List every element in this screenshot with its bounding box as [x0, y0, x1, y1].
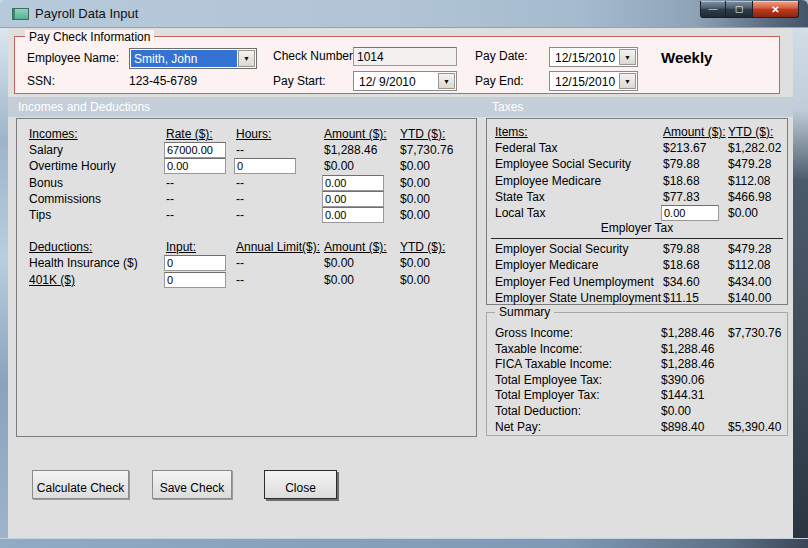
dropdown-arrow-icon: ▼ [624, 78, 631, 85]
tax-ytd: $479.28 [728, 156, 771, 172]
income-label: Commissions [29, 191, 101, 207]
incomes-header: Incomes: [29, 126, 78, 142]
ssn-value: 123-45-6789 [129, 74, 197, 88]
pay-date-datepicker[interactable]: 12/15/2010 ▼ [549, 47, 638, 67]
check-number-input[interactable] [353, 47, 457, 66]
summary-label-text: FICA Taxable Income: [495, 357, 612, 373]
taxes-header-row: Items: Amount ($): YTD ($): [487, 124, 787, 140]
income-hours: -- [236, 191, 244, 207]
income-amount: $0.00 [324, 158, 354, 174]
summary-amount: $1,288.46 [661, 326, 714, 342]
tax-ytd: $140.00 [728, 290, 771, 306]
dropdown-arrow-icon: ▼ [443, 78, 450, 85]
tax-label: Federal Tax [495, 140, 557, 156]
pay-date-dropdown-button[interactable]: ▼ [619, 49, 636, 65]
input-header: Input: [166, 239, 196, 255]
minimize-icon: — [709, 4, 718, 14]
rate-header: Rate ($): [166, 126, 213, 142]
tax-amount: $213.67 [663, 140, 706, 156]
summary-row: Net Pay: $898.40 $5,390.40 [487, 420, 787, 436]
table-row: 401K ($) -- $0.00 $0.00 [17, 272, 476, 288]
ytd-header: YTD ($): [728, 124, 773, 140]
amount-header: Amount ($): [324, 126, 387, 142]
window-controls: — ▢ ✕ [700, 1, 799, 18]
income-ytd: $0.00 [400, 191, 430, 207]
tips-amount-input[interactable] [322, 207, 384, 223]
tax-label: Local Tax [495, 205, 545, 221]
table-row: Bonus -- -- $0.00 [17, 175, 476, 191]
ssn-label: SSN: [27, 74, 55, 88]
table-row: Overtime Hourly $0.00 $0.00 [17, 158, 476, 174]
tax-ytd: $112.08 [728, 173, 771, 189]
summary-label-text: Gross Income: [495, 326, 573, 342]
table-row: Employee Social Security $79.88 $479.28 [487, 156, 787, 172]
hours-header: Hours: [236, 126, 271, 142]
income-label: Salary [29, 142, 63, 158]
summary-group: Summary Gross Income: $1,288.46 $7,730.7… [486, 312, 788, 436]
pay-start-datepicker[interactable]: 12/ 9/2010 ▼ [353, 71, 457, 91]
tax-label: Employer Fed Unemployment [495, 274, 654, 290]
ytd-header: YTD ($): [400, 239, 445, 255]
income-label: Overtime Hourly [29, 158, 116, 174]
taxes-panel: Items: Amount ($): YTD ($): Federal Tax … [486, 118, 788, 305]
close-form-button[interactable]: Close [264, 470, 337, 499]
employee-name-label: Employee Name: [27, 51, 119, 65]
spacer [17, 223, 476, 239]
tax-ytd: $1,282.02 [728, 140, 781, 156]
close-button[interactable]: ✕ [752, 1, 799, 18]
window-frame-right [793, 28, 808, 538]
local-tax-input[interactable] [661, 205, 719, 221]
table-row: Local Tax $0.00 [487, 205, 787, 221]
taxes-section-title: Taxes [492, 100, 523, 114]
incomes-deductions-section-title: Incomes and Deductions [18, 100, 150, 114]
summary-row: FICA Taxable Income: $1,288.46 [487, 357, 787, 373]
annual-limit-header: Annual Limit($): [236, 239, 320, 255]
pay-frequency-label: Weekly [661, 49, 712, 66]
deduction-ytd: $0.00 [400, 272, 430, 288]
health-insurance-input[interactable] [164, 255, 226, 271]
pay-start-label: Pay Start: [273, 74, 326, 88]
table-row: Employer Fed Unemployment $34.60 $434.00 [487, 274, 787, 290]
income-label: Bonus [29, 175, 63, 191]
401k-input[interactable] [164, 272, 226, 288]
pay-start-dropdown-button[interactable]: ▼ [438, 73, 455, 89]
overtime-hours-input[interactable] [234, 158, 296, 174]
deduction-label-401k: 401K ($) [29, 272, 75, 288]
tax-ytd: $0.00 [728, 205, 758, 221]
summary-group-label: Summary [495, 305, 554, 319]
employee-name-combobox[interactable]: Smith, John ▼ [129, 48, 257, 69]
tax-ytd: $466.98 [728, 189, 771, 205]
pay-end-datepicker[interactable]: 12/15/2010 ▼ [549, 71, 638, 91]
bonus-amount-input[interactable] [322, 175, 384, 191]
desktop-background: Payroll Data Input — ▢ ✕ Pay Check Infor… [0, 0, 808, 548]
employee-combo-dropdown-button[interactable]: ▼ [238, 50, 255, 67]
deductions-header: Deductions: [29, 239, 92, 255]
employer-tax-subheader: Employer Tax [491, 221, 783, 239]
calculate-check-button[interactable]: Calculate Check [32, 470, 129, 499]
income-ytd: $0.00 [400, 158, 430, 174]
overtime-rate-input[interactable] [164, 158, 226, 174]
table-row: Tips -- -- $0.00 [17, 207, 476, 223]
income-rate: -- [166, 207, 174, 223]
title-bar[interactable]: Payroll Data Input — ▢ ✕ [0, 0, 808, 28]
tax-amount: $79.88 [663, 156, 700, 172]
deduction-amount: $0.00 [324, 255, 354, 271]
save-check-button[interactable]: Save Check [152, 470, 232, 499]
maximize-button[interactable]: ▢ [726, 1, 752, 18]
amount-header: Amount ($): [324, 239, 387, 255]
amount-header: Amount ($): [663, 124, 726, 140]
window-frame-bottom [0, 538, 808, 548]
income-ytd: $7,730.76 [400, 142, 453, 158]
salary-rate-input[interactable] [164, 142, 226, 158]
summary-ytd: $7,730.76 [728, 326, 781, 342]
minimize-button[interactable]: — [700, 1, 726, 18]
summary-amount: $1,288.46 [661, 342, 714, 358]
paycheck-info-group: Pay Check Information Employee Name: Smi… [14, 36, 780, 94]
deduction-limit: -- [236, 272, 244, 288]
incomes-header-row: Incomes: Rate ($): Hours: Amount ($): YT… [17, 126, 476, 142]
commissions-amount-input[interactable] [322, 191, 384, 207]
employee-name-value: Smith, John [131, 50, 237, 67]
table-row: Health Insurance ($) -- $0.00 $0.00 [17, 255, 476, 271]
tax-label: Employer State Unemployment [495, 290, 661, 306]
pay-end-dropdown-button[interactable]: ▼ [619, 73, 636, 89]
